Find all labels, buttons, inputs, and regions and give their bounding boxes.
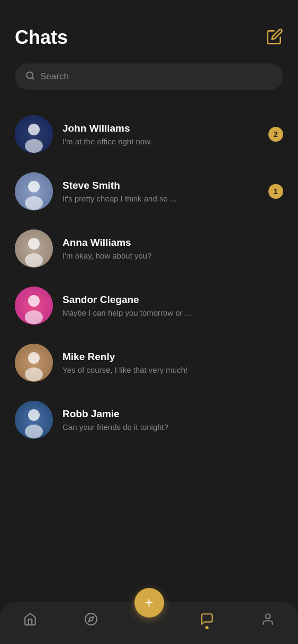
profile-icon [261, 612, 275, 626]
app-container: Chats Search [0, 0, 298, 644]
avatar-image [15, 115, 53, 153]
chat-info: Sandor Clegane Maybe I can help you tomo… [62, 294, 283, 317]
messages-active-dot [205, 626, 209, 629]
avatar [15, 344, 53, 382]
chat-info: Mike Renly Yes of course, I like that ve… [62, 351, 283, 374]
svg-point-22 [265, 614, 270, 619]
explore-icon [84, 612, 98, 626]
page-title: Chats [15, 26, 68, 49]
fab-button[interactable]: + [134, 588, 164, 618]
avatar [15, 401, 53, 439]
chat-name: Sandor Clegane [62, 294, 283, 306]
nav-item-messages[interactable] [189, 610, 224, 628]
svg-point-20 [85, 613, 97, 625]
avatar [15, 229, 53, 268]
fab-icon: + [145, 595, 153, 610]
messages-icon [200, 612, 214, 626]
chat-preview: I'm at the office right now. [62, 137, 232, 146]
chat-name: Steve Smith [62, 180, 268, 191]
chat-item-mike-renly[interactable]: Mike Renly Yes of course, I like that ve… [0, 334, 298, 391]
svg-point-10 [25, 253, 43, 267]
header: Chats [0, 0, 298, 59]
chat-name: John Williams [62, 123, 268, 134]
svg-point-9 [28, 238, 40, 250]
avatar [15, 115, 53, 153]
chat-preview: Maybe I can help you tomorrow or ... [62, 308, 232, 317]
chat-info: John Williams I'm at the office right no… [62, 123, 268, 146]
chat-info: Robb Jamie Can your friends do it tonigh… [62, 408, 283, 431]
avatar-image [15, 287, 53, 325]
search-container: Search [15, 63, 283, 90]
svg-point-16 [25, 367, 43, 381]
nav-item-explore[interactable] [74, 610, 109, 628]
chat-preview: Yes of course, I like that very much! [62, 365, 232, 374]
svg-point-18 [28, 409, 40, 421]
bottom-nav: + [0, 602, 298, 644]
unread-badge: 2 [268, 127, 283, 142]
svg-point-7 [25, 196, 43, 210]
search-icon [25, 71, 35, 82]
chat-name: Anna Williams [62, 237, 283, 249]
svg-line-1 [32, 77, 33, 79]
svg-point-15 [28, 352, 40, 364]
avatar [15, 287, 53, 325]
nav-item-profile[interactable] [250, 610, 285, 628]
chat-preview: I'm okay, how about you? [62, 251, 232, 260]
chat-item-steve-smith[interactable]: Steve Smith It's pretty cheap I think an… [0, 163, 298, 220]
avatar-image [15, 344, 53, 382]
svg-point-19 [25, 425, 43, 438]
chat-name: Mike Renly [62, 351, 283, 363]
avatar [15, 172, 53, 210]
svg-point-4 [25, 139, 43, 153]
chat-preview: Can your friends do it tonight? [62, 422, 232, 431]
svg-point-12 [28, 295, 40, 307]
chat-info: Anna Williams I'm okay, how about you? [62, 237, 283, 260]
compose-button[interactable] [266, 28, 283, 47]
chat-item-sandor-clegane[interactable]: Sandor Clegane Maybe I can help you tomo… [0, 277, 298, 334]
unread-badge: 1 [268, 184, 283, 199]
avatar-image [15, 172, 53, 210]
nav-item-home[interactable] [13, 610, 48, 628]
chat-preview: It's pretty cheap I think and so ... [62, 194, 232, 203]
svg-point-3 [28, 124, 40, 135]
chat-list: John Williams I'm at the office right no… [0, 100, 298, 602]
chat-item-john-williams[interactable]: John Williams I'm at the office right no… [0, 106, 298, 163]
search-placeholder: Search [40, 71, 273, 82]
home-icon [23, 612, 37, 626]
avatar-image [15, 229, 53, 268]
chat-item-robb-jamie[interactable]: Robb Jamie Can your friends do it tonigh… [0, 391, 298, 448]
chat-item-anna-williams[interactable]: Anna Williams I'm okay, how about you? [0, 220, 298, 277]
svg-marker-21 [88, 617, 93, 621]
svg-point-6 [28, 181, 40, 192]
chat-name: Robb Jamie [62, 408, 283, 420]
svg-point-13 [25, 310, 43, 324]
chat-info: Steve Smith It's pretty cheap I think an… [62, 180, 268, 203]
search-bar[interactable]: Search [15, 63, 283, 90]
avatar-image [15, 401, 53, 439]
